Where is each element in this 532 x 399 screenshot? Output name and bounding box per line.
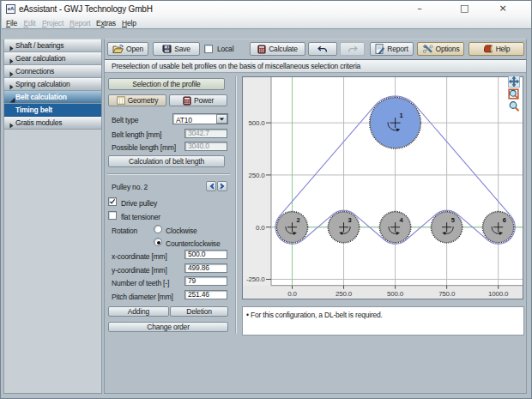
help-button-label: Help [496,45,511,53]
pitch-diameter-field[interactable]: 251.46 [184,290,227,299]
calculate-button[interactable]: Calculate [250,42,305,56]
x-coordinate-field[interactable]: 500.0 [184,250,227,259]
menu-edit: Edit [24,18,36,28]
belt-length-field: 3042.7 [184,129,227,138]
floppy-disk-icon [162,45,172,53]
calculate-button-label: Calculate [269,45,298,53]
zoom-icon [508,100,520,112]
belt-diagram-panel[interactable]: 500.0250.00.0-250.00.0250.0500.0750.0100… [242,76,523,299]
save-button[interactable]: Save [153,42,200,56]
belt-length-label: Belt length [mm] [112,130,161,139]
menu-report: Report [70,18,90,28]
sidebar-item-label: Gear calculation [15,54,65,63]
redo-button[interactable] [340,42,365,56]
sidebar-item-timing-belt[interactable]: Timing belt [4,104,101,117]
local-checkbox[interactable] [204,45,213,53]
panel-divider [235,76,237,334]
svg-text:500.0: 500.0 [248,119,265,127]
sidebar-item-gear-calculation[interactable]: Gear calculation [4,52,101,65]
help-button[interactable]: Help [469,42,524,56]
sidebar-item-connections[interactable]: Connections [4,65,101,78]
svg-text:2: 2 [297,216,300,224]
calculation-of-belt-length-button[interactable]: Calculation of belt length [108,155,225,167]
drive-pulley-checkbox[interactable] [108,197,117,206]
local-label: Local [217,45,233,53]
pulley-number-label: Pulley no. 2 [112,183,148,191]
geometry-button[interactable]: Geometry [108,94,166,106]
zoom-tool-button[interactable] [508,100,520,112]
report-button[interactable]: Report [370,42,414,56]
clockwise-radio[interactable] [154,225,162,233]
sidebar-item-label: Shaft / bearings [15,41,63,50]
message-box: • For this configuration, a DL-belt is r… [242,306,524,336]
selection-of-profile-button[interactable]: Selection of the profile [108,78,225,90]
belt-type-value: AT10 [176,116,192,124]
svg-text:500.0: 500.0 [387,290,404,298]
x-coordinate-label: x-coordinate [mm] [112,252,167,261]
options-button[interactable]: Options [417,42,464,56]
chevron-down-icon [219,118,225,121]
previous-pulley-button[interactable] [206,181,216,191]
open-folder-icon [112,45,124,54]
open-button[interactable]: Open [107,42,148,56]
y-coordinate-label: y-coordinate [mm] [112,266,167,275]
counterclockwise-radio[interactable] [154,238,162,246]
svg-text:0.0: 0.0 [256,224,265,232]
svg-text:0.0: 0.0 [287,290,297,298]
pan-tool-button[interactable] [508,76,520,88]
separator [107,173,230,175]
deletion-button[interactable]: Deletion [170,306,228,317]
power-button[interactable]: Power [169,94,227,106]
sidebar-item-belt-calculation[interactable]: Belt calculation [4,91,101,104]
app-logo-icon: eA [6,4,15,14]
undo-button[interactable] [308,42,337,56]
clockwise-label: Clockwise [166,227,196,235]
subtitle-bar: Preselection of usable belt profiles on … [105,59,526,73]
rotation-label: Rotation [112,227,137,235]
power-calculator-icon [183,96,191,106]
local-checkbox-row[interactable]: Local [204,42,233,56]
drive-pulley-label: Drive pulley [121,199,157,208]
sidebar-item-label: Gratis modules [15,118,62,127]
menu-extras[interactable]: Extras [96,18,116,28]
message-text: For this configuration, a DL-belt is req… [251,311,383,319]
undo-icon [317,45,328,53]
title-bar: eA eAssistant - GWJ Technology GmbH – □ … [2,1,531,17]
pulley-1[interactable]: 1 [370,97,421,148]
next-pulley-button[interactable] [217,181,227,191]
svg-text:3: 3 [348,216,352,224]
sidebar-item-spring-calculation[interactable]: Spring calculation [4,78,101,91]
flat-tensioner-checkbox[interactable] [108,211,117,220]
belt-type-select[interactable]: AT10 [172,113,228,124]
sidebar-item-label: Belt calculation [15,93,67,101]
svg-text:6: 6 [503,216,506,224]
sidebar-item-gratis-modules[interactable]: Gratis modules [4,117,101,130]
pan-arrows-icon [509,76,519,87]
number-of-teeth-field[interactable]: 79 [184,276,227,286]
number-of-teeth-label: Number of teeth [-] [112,279,169,287]
belt-type-dropdown-arrow[interactable] [216,114,227,124]
change-order-button[interactable]: Change order [108,322,228,332]
belt-type-label: Belt type [112,116,138,124]
app-window: eA eAssistant - GWJ Technology GmbH – □ … [0,0,532,399]
counterclockwise-label: Counterclockwise [166,239,220,248]
sidebar-item-label: Spring calculation [15,80,70,88]
svg-text:250.0: 250.0 [336,290,353,298]
save-button-label: Save [174,45,190,53]
report-button-label: Report [387,45,408,53]
zoom-region-tool-button[interactable] [508,88,520,100]
sidebar-item-shaft-bearings[interactable]: Shaft / bearings [4,39,101,52]
minimize-button[interactable]: – [401,1,438,17]
menu-help[interactable]: Help [122,18,136,28]
menu-file[interactable]: File [6,18,17,28]
maximize-button[interactable]: □ [445,1,483,17]
pitch-diameter-label: Pitch diameter [mm] [112,293,173,301]
adding-button[interactable]: Adding [108,306,169,317]
svg-text:750.0: 750.0 [438,290,456,298]
y-coordinate-field[interactable]: 499.86 [184,263,227,273]
power-button-label: Power [194,96,214,105]
close-button[interactable]: × [484,1,522,17]
svg-text:1: 1 [400,112,403,119]
bullet-icon: • [246,311,249,319]
flat-tensioner-label: flat tensioner [121,213,160,221]
